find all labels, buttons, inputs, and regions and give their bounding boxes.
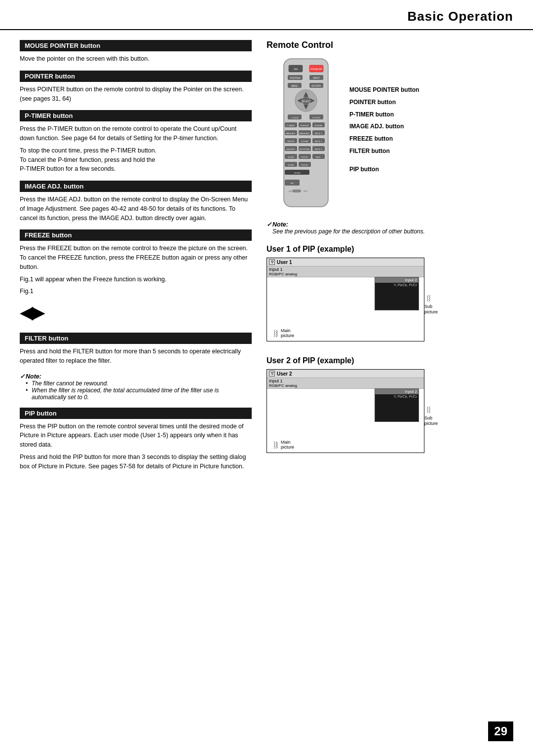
pip-example-2-wrapper: ▽ User 2 Input 1 RGB/PC analog Input 2 Y… [266,369,513,453]
svg-text:INPUT 3: INPUT 3 [315,149,322,151]
pip-2-input-sub-type: Y, Pb/Cb, Pr/Cr [394,395,417,398]
pip-1-input-main-type: RGB/PC analog [269,272,422,276]
pip-1-input-main: Input 1 [269,267,422,272]
svg-text:D-ZOOM: D-ZOOM [301,141,308,143]
svg-text:END/SHOT: END/SHOT [286,149,296,151]
pip-1-input-sub: Input 2 [405,278,417,282]
svg-rect-64 [292,189,301,192]
image-adj-header: IMAGE ADJ. button [20,181,252,192]
pip-2-sub-label: Subpicture [424,416,438,426]
svg-text:INPUT 2: INPUT 2 [315,141,322,143]
svg-text:ZOOM: ZOOM [288,164,293,166]
filter-note-item-2: When the filter is replaced, the total a… [26,387,252,401]
image-adj-body: Press the IMAGE ADJ. button on the remot… [20,195,252,223]
page-number: 29 [488,721,513,741]
svg-text:L.CLICK: L.CLICK [291,116,298,119]
svg-text:POINTER: POINTER [301,125,309,127]
svg-text:SELECT: SELECT [301,100,310,103]
pip-1-input-sub-type: Y, Pb/Cb, Pr/Cr [394,283,417,287]
pip-body: Press the PIP button on the remote contr… [20,422,252,471]
svg-text:SHUTTER: SHUTTER [290,77,301,79]
filter-note-items: The filter cannot be rewound. When the f… [26,380,252,401]
pip-example-1-wrapper: ▽ User 1 Input 1 RGB/PC analog Input 2 Y… [266,258,513,341]
svg-text:SCREEN: SCREEN [314,125,322,127]
mouse-pointer-header: MOUSE POINTER button [20,40,252,51]
svg-text:FOCUS: FOCUS [301,156,308,158]
page-title: Basic Operation [408,9,513,24]
svg-text:AUTO/PC: AUTO/PC [311,85,322,87]
pip-2-input-main-type: RGB/PC analog [269,383,422,388]
p-timer-body2: To stop the count time, press the P-TIME… [20,146,252,174]
filter-note: Note: The filter cannot be rewound. When… [20,373,252,401]
pip-example-2-title: User 2 of PIP (example) [266,356,513,365]
svg-text:FREEZE: FREEZE [287,141,295,143]
right-note-block: Note: See the previous page for the desc… [266,221,513,235]
remote-control-title: Remote Control [266,40,513,50]
fig-label: Fig.1 [20,287,252,296]
remote-label-pip: PIP button [349,166,379,173]
remote-label-freeze: FREEZE button [349,135,393,142]
pip-example-1-title: User 1 of PIP (example) [266,245,513,254]
svg-text:R.CLICK: R.CLICK [312,116,320,119]
svg-text:PIP: PIP [291,182,294,185]
svg-text:RANGE ADJ.: RANGE ADJ. [300,133,310,135]
right-note-label: Note: [266,221,513,228]
remote-label-mouse-pointer: MOUSE POINTER button [349,86,419,93]
pip-example-1-diagram: ▽ User 1 Input 1 RGB/PC analog Input 2 Y… [266,258,424,341]
svg-text:OFF: OFF [304,190,308,192]
svg-text:INFO.: INFO. [316,156,321,158]
remote-control-area: ON STAND-BY SHUTTER INPUT MENU AUTO/PC [266,56,513,216]
svg-text:INPUT: INPUT [313,77,320,79]
svg-text:P-TIMER: P-TIMER [287,125,295,127]
p-timer-header: P-TIMER button [20,110,252,121]
freeze-header: FREEZE button [20,229,252,241]
svg-text:INPUT 1: INPUT 1 [315,133,322,135]
pip-1-sub-label: Subpicture [424,304,438,315]
pointer-body: Press POINTER button on the remote contr… [20,85,252,104]
svg-text:FOCUS: FOCUS [301,164,308,166]
freeze-icon: ◀▶ [20,299,252,326]
svg-text:KEYSTONE: KEYSTONE [300,149,310,151]
svg-text:MENU: MENU [291,85,298,87]
left-column: MOUSE POINTER button Move the pointer on… [20,40,262,478]
filter-header: FILTER button [20,333,252,344]
svg-text:ON: ON [294,68,298,71]
svg-text:ON: ON [289,190,292,192]
mouse-pointer-body: Move the pointer on the screen with this… [20,54,252,64]
remote-callout-lines: MOUSE POINTER button POINTER button P-TI… [349,56,419,174]
pip-2-input-sub: Input 2 [405,389,417,394]
right-note-text: See the previous page for the descriptio… [272,228,513,235]
pip-2-main-label: Mainpicture [281,440,294,450]
pip-2-input-main: Input 1 [269,378,422,383]
remote-label-image-adj: IMAGE ADJ. button [349,123,404,130]
right-column: Remote Control ON STAND-BY SHUTTER INPUT [262,40,513,478]
filter-note-label: Note: [20,373,252,380]
svg-text:FILTER: FILTER [294,172,301,174]
pip-header: PIP button [20,408,252,419]
p-timer-body: Press the P-TIMER button on the remote c… [20,124,252,174]
pip-1-main-label: Mainpicture [281,328,294,338]
pointer-header: POINTER button [20,71,252,82]
pip-2-user-label: User 2 [277,371,292,377]
svg-text:ZOOM: ZOOM [288,156,293,158]
filter-note-item-1: The filter cannot be rewound. [26,380,252,387]
remote-label-filter: FILTER button [349,148,390,154]
page-header: Basic Operation [0,0,533,30]
svg-text:IMAGE ADJ.: IMAGE ADJ. [286,133,296,135]
remote-label-pointer: POINTER button [349,99,396,106]
svg-text:STAND-BY: STAND-BY [310,68,323,71]
pip-1-user-label: User 1 [277,260,292,265]
remote-image: ON STAND-BY SHUTTER INPUT MENU AUTO/PC [266,56,345,216]
pip-example-2-diagram: ▽ User 2 Input 1 RGB/PC analog Input 2 Y… [266,369,424,453]
remote-label-p-timer: P-TIMER button [349,111,394,118]
freeze-body: Press the FREEZE button on the remote co… [20,244,252,326]
filter-body: Press and hold the FILTER button for mor… [20,347,252,366]
